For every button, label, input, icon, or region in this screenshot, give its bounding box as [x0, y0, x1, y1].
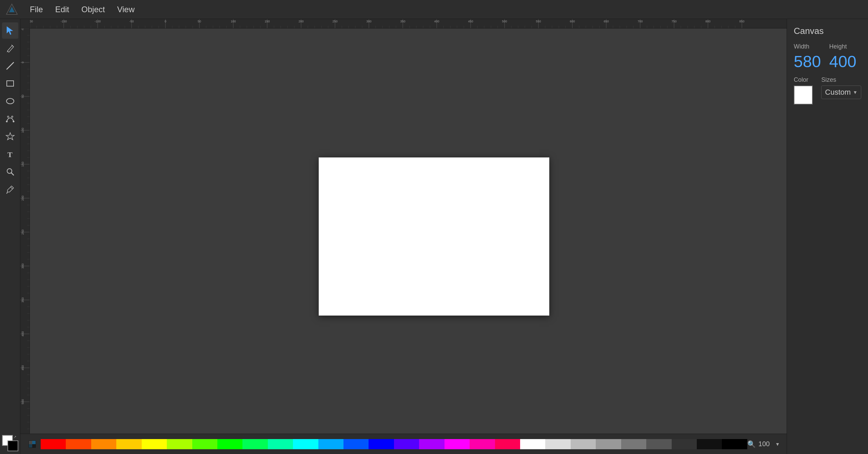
svg-text:T: T [7, 150, 13, 159]
menu-edit[interactable]: Edit [49, 2, 75, 17]
svg-point-10 [12, 116, 13, 117]
pencil-tool[interactable] [2, 40, 18, 56]
menu-view[interactable]: View [111, 2, 141, 17]
ellipse-tool[interactable] [2, 93, 18, 109]
content-area: 🔍 100 ▼ [20, 19, 787, 454]
svg-point-6 [6, 98, 14, 104]
svg-line-15 [7, 192, 7, 193]
menu-object[interactable]: Object [75, 2, 111, 17]
star-tool[interactable] [2, 128, 18, 145]
toolbar: T ↗ [0, 19, 20, 454]
main-layout: T ↗ [0, 19, 868, 454]
menu-file[interactable]: File [24, 2, 49, 17]
rectangle-tool[interactable] [2, 75, 18, 92]
select-tool[interactable] [2, 22, 18, 39]
canvas-workspace[interactable] [20, 29, 787, 434]
app-logo [3, 1, 20, 18]
color-swap-icon[interactable]: ↗ [14, 435, 18, 440]
color-picker-tool[interactable]: ↗ [2, 435, 18, 451]
svg-point-8 [13, 121, 14, 122]
svg-line-14 [11, 173, 14, 175]
svg-line-4 [7, 62, 14, 69]
menubar: File Edit Object View [0, 0, 868, 19]
svg-marker-11 [6, 133, 14, 140]
svg-point-7 [6, 121, 7, 122]
canvas-document[interactable] [319, 157, 549, 316]
line-tool[interactable] [2, 58, 18, 74]
svg-point-9 [7, 116, 9, 117]
svg-rect-5 [7, 81, 14, 86]
background-color[interactable] [7, 440, 18, 451]
bezier-tool[interactable] [2, 111, 18, 127]
zoom-tool[interactable] [2, 164, 18, 180]
mid-row [20, 29, 787, 434]
text-tool[interactable]: T [2, 146, 18, 162]
svg-line-16 [11, 187, 13, 189]
dropper-tool[interactable] [2, 181, 18, 197]
